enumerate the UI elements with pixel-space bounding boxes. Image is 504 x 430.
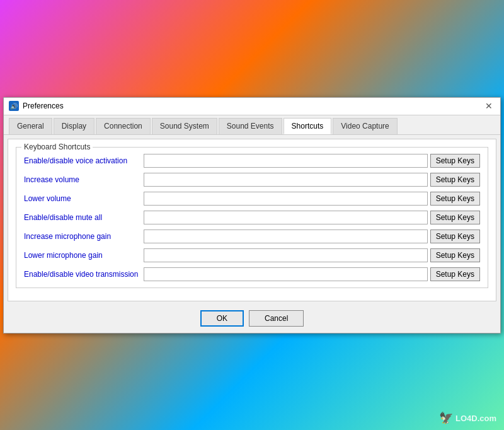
shortcut-row-video-transmission: Enable/disable video transmissionSetup K… — [24, 267, 480, 281]
tab-shortcuts[interactable]: Shortcuts — [284, 118, 332, 134]
tab-sound-system[interactable]: Sound System — [152, 118, 217, 134]
setup-keys-button-increase-volume[interactable]: Setup Keys — [430, 173, 480, 187]
setup-keys-button-mute-all[interactable]: Setup Keys — [430, 211, 480, 224]
shortcut-label-voice-activation: Enable/disable voice activation — [24, 156, 144, 165]
shortcut-input-lower-mic-gain[interactable] — [144, 248, 428, 262]
shortcut-label-increase-volume: Increase volume — [24, 175, 144, 184]
shortcut-input-video-transmission[interactable] — [144, 267, 428, 281]
shortcuts-container: Enable/disable voice activationSetup Key… — [24, 154, 480, 281]
tab-sound-events[interactable]: Sound Events — [219, 118, 282, 134]
window-title: Preferences — [23, 102, 64, 110]
shortcut-row-lower-mic-gain: Lower microphone gainSetup Keys — [24, 248, 480, 262]
content-area: Keyboard Shortcuts Enable/disable voice … — [8, 139, 496, 301]
app-icon: 🔊 — [9, 101, 19, 111]
ok-button[interactable]: OK — [200, 310, 244, 327]
watermark: 🦅 LO4D.com — [439, 411, 496, 425]
shortcut-input-increase-volume[interactable] — [144, 173, 428, 187]
setup-keys-button-lower-mic-gain[interactable]: Setup Keys — [430, 248, 480, 262]
shortcut-row-increase-mic-gain: Increase microphone gainSetup Keys — [24, 230, 480, 243]
shortcut-label-lower-volume: Lower volume — [24, 194, 144, 203]
tabs-bar: General Display Connection Sound System … — [4, 115, 500, 135]
shortcut-input-increase-mic-gain[interactable] — [144, 230, 428, 243]
setup-keys-button-video-transmission[interactable]: Setup Keys — [430, 267, 480, 281]
title-bar: 🔊 Preferences ✕ — [4, 98, 500, 115]
shortcut-row-lower-volume: Lower volumeSetup Keys — [24, 192, 480, 206]
shortcut-label-lower-mic-gain: Lower microphone gain — [24, 251, 144, 260]
preferences-window: 🔊 Preferences ✕ General Display Connecti… — [3, 97, 501, 334]
tab-general[interactable]: General — [9, 118, 52, 134]
keyboard-shortcuts-group: Keyboard Shortcuts Enable/disable voice … — [16, 147, 488, 288]
shortcut-input-mute-all[interactable] — [144, 211, 428, 224]
shortcut-row-mute-all: Enable/disable mute allSetup Keys — [24, 211, 480, 224]
setup-keys-button-increase-mic-gain[interactable]: Setup Keys — [430, 230, 480, 243]
shortcut-label-mute-all: Enable/disable mute all — [24, 213, 144, 222]
setup-keys-button-voice-activation[interactable]: Setup Keys — [430, 154, 480, 168]
shortcut-label-video-transmission: Enable/disable video transmission — [24, 270, 144, 279]
title-bar-left: 🔊 Preferences — [9, 101, 64, 111]
close-button[interactable]: ✕ — [483, 100, 495, 112]
shortcut-row-voice-activation: Enable/disable voice activationSetup Key… — [24, 154, 480, 168]
tab-video-capture[interactable]: Video Capture — [333, 118, 398, 134]
bottom-bar: OK Cancel — [4, 305, 500, 333]
group-title: Keyboard Shortcuts — [21, 142, 93, 151]
shortcut-label-increase-mic-gain: Increase microphone gain — [24, 232, 144, 241]
shortcut-input-lower-volume[interactable] — [144, 192, 428, 206]
tab-connection[interactable]: Connection — [96, 118, 151, 134]
cancel-button[interactable]: Cancel — [249, 310, 304, 327]
shortcut-row-increase-volume: Increase volumeSetup Keys — [24, 173, 480, 187]
shortcut-input-voice-activation[interactable] — [144, 154, 428, 168]
setup-keys-button-lower-volume[interactable]: Setup Keys — [430, 192, 480, 206]
tab-display[interactable]: Display — [54, 118, 94, 134]
